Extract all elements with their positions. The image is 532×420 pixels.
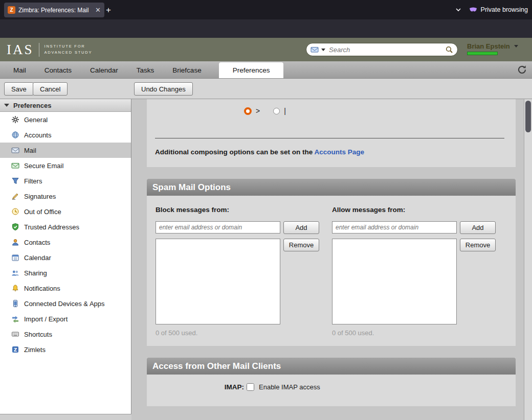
enable-imap-checkbox[interactable] <box>247 383 254 391</box>
enable-imap-label: Enable IMAP access <box>259 383 320 391</box>
sidebar-item-accounts[interactable]: Accounts <box>0 127 131 143</box>
ias-logo-line1: INSTITUTE FOR <box>45 44 85 49</box>
block-remove-button[interactable]: Remove <box>283 239 319 251</box>
user-dropdown-icon[interactable] <box>514 45 518 48</box>
block-address-input[interactable] <box>156 221 280 234</box>
secure-mail-icon <box>11 161 19 170</box>
cancel-button[interactable]: Cancel <box>33 82 68 96</box>
sidebar-item-signatures[interactable]: Signatures <box>0 189 131 204</box>
sidebar-item-general[interactable]: General <box>0 112 131 127</box>
tab-close-icon[interactable]: ✕ <box>95 7 101 13</box>
search-bar[interactable] <box>306 43 458 56</box>
sidebar-item-label: Contacts <box>24 239 50 246</box>
sidebar-item-import-export[interactable]: Import / Export <box>0 311 131 326</box>
sidebar-item-secure-email[interactable]: Secure Email <box>0 158 131 173</box>
people-icon <box>11 269 19 277</box>
sidebar-item-notifications[interactable]: Notifications <box>0 281 131 296</box>
calendar-icon <box>11 253 19 262</box>
contact-icon <box>11 238 19 246</box>
sidebar-resize-grip[interactable] <box>0 414 131 420</box>
browser-tab[interactable]: Z Zimbra: Preferences: Mail ✕ <box>4 3 104 17</box>
sidebar-item-label: Accounts <box>24 131 51 139</box>
sidebar-item-label: Out of Office <box>24 208 61 216</box>
blocked-addresses-list[interactable] <box>156 239 280 324</box>
mail-clients-panel: Access from Other Mail Clients IMAP: Ena… <box>147 358 516 406</box>
composing-note: Additional composing options can be set … <box>155 148 364 156</box>
tab-contacts[interactable]: Contacts <box>35 62 81 78</box>
composing-note-text: Additional composing options can be set … <box>155 148 315 156</box>
spam-options-header: Spam Mail Options <box>147 179 516 196</box>
ias-logo: IAS INSTITUTE FOR ADVANCED STUDY <box>7 42 92 57</box>
scrollbar-thumb[interactable] <box>525 101 531 132</box>
allow-add-button[interactable]: Add <box>460 221 496 234</box>
block-usage-label: 0 of 500 used. <box>156 329 197 337</box>
sidebar-header[interactable]: Preferences <box>0 99 131 112</box>
allow-remove-button[interactable]: Remove <box>460 239 496 251</box>
sidebar-item-contacts[interactable]: Contacts <box>0 235 131 250</box>
username-label[interactable]: Brian Epstein <box>467 42 510 50</box>
refresh-icon[interactable] <box>517 65 525 73</box>
sidebar-item-out-of-office[interactable]: Out of Office <box>0 204 131 219</box>
arrows-icon <box>11 315 19 323</box>
prefix-pipe-label: | <box>284 107 286 115</box>
search-input[interactable] <box>328 45 442 54</box>
tab-preferences[interactable]: Preferences <box>219 62 284 78</box>
save-button[interactable]: Save <box>4 82 34 96</box>
tab-briefcase[interactable]: Briefcase <box>163 62 210 78</box>
globe-icon <box>11 131 19 139</box>
screen: Z Zimbra: Preferences: Mail ✕ + Private … <box>0 0 532 420</box>
sidebar-item-label: Mail <box>24 147 36 154</box>
tab-calendar[interactable]: Calendar <box>81 62 127 78</box>
mail-icon <box>11 146 19 154</box>
user-menu[interactable]: Brian Epstein <box>467 42 518 55</box>
tab-mail[interactable]: Mail <box>4 62 35 78</box>
sidebar-item-trusted-addresses[interactable]: Trusted Addresses <box>0 219 131 235</box>
sidebar-item-sharing[interactable]: Sharing <box>0 265 131 281</box>
accounts-page-link[interactable]: Accounts Page <box>315 148 365 156</box>
search-magnifier-icon[interactable] <box>445 45 453 54</box>
sidebar-item-mail[interactable]: Mail <box>0 143 131 158</box>
sidebar-item-shortcuts[interactable]: Shortcuts <box>0 326 131 342</box>
sidebar-item-label: Notifications <box>24 285 60 292</box>
ias-logo-subtext: INSTITUTE FOR ADVANCED STUDY <box>45 43 93 56</box>
list-all-tabs-icon[interactable] <box>454 6 462 14</box>
sidebar-item-label: General <box>24 116 48 124</box>
preferences-sidebar: Preferences General Accounts Mail Secure… <box>0 99 131 420</box>
collapse-triangle-icon[interactable] <box>4 104 9 107</box>
private-browsing-indicator: Private browsing <box>469 0 528 19</box>
phone-icon <box>11 299 19 308</box>
block-add-button[interactable]: Add <box>283 221 319 234</box>
app-tab-bar: Mail Contacts Calendar Tasks Briefcase P… <box>0 61 532 79</box>
allowed-addresses-list[interactable] <box>332 239 457 324</box>
tab-tasks[interactable]: Tasks <box>127 62 164 78</box>
pen-icon <box>11 192 19 200</box>
sidebar-header-label: Preferences <box>13 102 51 109</box>
funnel-icon <box>11 177 19 185</box>
content-scrollbar[interactable] <box>524 99 532 420</box>
search-scope-dropdown-icon[interactable] <box>321 49 325 51</box>
shield-check-icon <box>11 223 19 231</box>
mail-clients-header: Access from Other Mail Clients <box>147 358 516 375</box>
sidebar-item-calendar[interactable]: Calendar <box>0 250 131 265</box>
preferences-toolbar <box>0 79 532 99</box>
sidebar-item-filters[interactable]: Filters <box>0 173 131 189</box>
clock-icon <box>11 207 19 216</box>
sidebar-item-label: Trusted Addresses <box>24 223 79 231</box>
undo-changes-button[interactable]: Undo Changes <box>134 82 193 96</box>
spam-options-panel: Spam Mail Options Block messages from: A… <box>147 179 516 346</box>
allow-usage-label: 0 of 500 used. <box>332 329 374 337</box>
sidebar-item-label: Calendar <box>24 254 51 262</box>
sidebar-item-label: Secure Email <box>24 162 63 170</box>
allow-address-input[interactable] <box>332 221 457 234</box>
quota-bar <box>467 52 498 55</box>
allow-messages-label: Allow messages from: <box>332 206 405 214</box>
new-tab-button[interactable]: + <box>102 4 115 16</box>
prefix-radio-gt[interactable] <box>244 107 252 115</box>
imap-row: IMAP: Enable IMAP access <box>147 382 516 392</box>
sidebar-item-zimlets[interactable]: Z Zimlets <box>0 342 131 357</box>
search-scope-mail-icon[interactable] <box>311 45 319 54</box>
sidebar-item-connected-devices[interactable]: Connected Devices & Apps <box>0 296 131 311</box>
sidebar-item-label: Shortcuts <box>24 331 52 338</box>
prefix-radio-pipe[interactable] <box>273 108 280 114</box>
zimbra-favicon-icon: Z <box>8 6 15 14</box>
